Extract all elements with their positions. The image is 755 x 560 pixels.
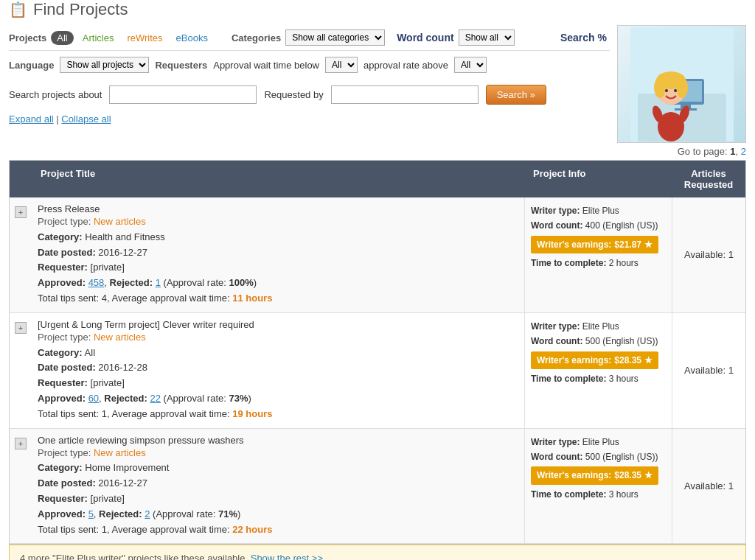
search-projects-label: Search projects about [9, 89, 102, 100]
row-articles: Available: 1 [672, 313, 745, 428]
table-row: + Press Release Project type: New articl… [10, 197, 745, 313]
earnings-badge: Writer's earnings: $21.87 ★ [531, 236, 658, 253]
star-icon: ★ [644, 468, 653, 483]
footer-bar: 4 more "Elite Plus writer" projects like… [9, 545, 746, 560]
row-content: [Urgent & Long Term project] Clever writ… [32, 313, 524, 428]
approval-rate-label: approval rate above [363, 60, 448, 71]
row-articles: Available: 1 [672, 197, 745, 312]
row-expand-btn[interactable]: + [15, 438, 27, 449]
page-2-link[interactable]: 2 [741, 146, 746, 157]
approval-rate-label2: Approval rate: [167, 277, 226, 288]
project-type-label: Project type: [38, 216, 91, 227]
row-content: One article reviewing simpson pressure w… [32, 429, 524, 544]
approval-wait-select[interactable]: All [325, 57, 358, 73]
language-select[interactable]: Show all projects [60, 57, 149, 73]
star-icon: ★ [644, 353, 653, 368]
row-articles: Available: 1 [672, 429, 745, 544]
earnings-badge: Writer's earnings: $28.35 ★ [531, 466, 658, 484]
date: 2016-12-27 [98, 247, 147, 258]
row-info: Writer type: Elite Plus Word count: 500 … [524, 429, 672, 544]
separator: | [56, 113, 58, 125]
row-expand-btn[interactable]: + [15, 322, 27, 334]
svg-point-11 [665, 89, 668, 92]
projects-table: Project Title Project Info Articles Requ… [9, 160, 746, 545]
date-label: Date posted: [38, 247, 96, 258]
footer-message: 4 more "Elite Plus writer" projects like… [20, 553, 248, 560]
categories-select[interactable]: Show all categories [285, 29, 385, 46]
row-content: Press Release Project type: New articles… [32, 197, 524, 312]
row-info: Writer type: Elite Plus Word count: 500 … [524, 313, 672, 428]
approved-link[interactable]: 458 [88, 277, 105, 288]
svg-point-9 [654, 77, 666, 98]
tab-rewrites[interactable]: reWrites [122, 31, 167, 45]
table-header: Project Title Project Info Articles Requ… [10, 161, 745, 197]
expand-collapse-bar: Expand all | Collapse all [9, 111, 610, 129]
rejected-link[interactable]: 1 [156, 277, 161, 288]
col-header-info: Project Info [524, 161, 672, 197]
wordcount-section: Word count Show all [397, 29, 515, 46]
requester-label: Requester: [38, 262, 88, 273]
search-percent-label: Search % [560, 32, 607, 43]
show-rest-link[interactable]: Show the rest >> [251, 553, 323, 560]
illustration [617, 25, 746, 143]
page-title: Find Projects [33, 0, 128, 19]
project-title: One article reviewing simpson pressure w… [38, 435, 518, 446]
nav-bar: Projects All Articles reWrites eBooks Ca… [9, 25, 610, 51]
table-row: + One article reviewing simpson pressure… [10, 429, 745, 545]
requester: [private] [91, 262, 125, 273]
page-1-link[interactable]: 1 [730, 146, 735, 157]
filter-bar: Language Show all projects Requesters Ap… [9, 51, 610, 79]
star-icon: ★ [644, 237, 653, 252]
expand-all-link[interactable]: Expand all [9, 113, 54, 125]
approval-rate: 100% [229, 277, 253, 288]
row-info: Writer type: Elite Plus Word count: 400 … [524, 197, 672, 312]
requested-by-label: Requested by [264, 89, 323, 100]
language-label: Language [9, 60, 54, 71]
project-title: Press Release [38, 203, 518, 214]
col-header-articles: Articles Requested [672, 161, 745, 197]
tips: 4 [102, 293, 107, 304]
page-nav-prefix: Go to page: [678, 146, 728, 157]
wordcount-select[interactable]: Show all [459, 29, 515, 46]
page-icon: 📋 [9, 1, 27, 18]
svg-point-12 [674, 89, 677, 92]
avg-wait: 11 hours [232, 293, 272, 304]
categories-section: Categories Show all categories [232, 29, 385, 46]
tab-articles[interactable]: Articles [78, 31, 119, 45]
search-projects-input[interactable] [109, 85, 257, 104]
projects-label: Projects [9, 32, 46, 43]
project-type: New articles [94, 216, 146, 227]
col-header-title: Project Title [32, 161, 524, 197]
requesters-label: Requesters [155, 60, 207, 71]
category-label: Category: [38, 231, 83, 242]
search-button[interactable]: Search » [486, 85, 546, 105]
wordcount-label: Word count [397, 32, 454, 43]
requested-by-input[interactable] [331, 85, 479, 104]
search-bar: Search projects about Requested by Searc… [9, 79, 610, 111]
avg-wait-label: Average approval wait time: [111, 293, 229, 304]
tab-all[interactable]: All [51, 31, 73, 45]
approval-wait-label: Approval wait time below [213, 60, 319, 71]
approved-label: Approved: [38, 277, 86, 288]
project-title: [Urgent & Long Term project] Clever writ… [38, 319, 518, 330]
svg-point-10 [676, 77, 688, 98]
collapse-all-link[interactable]: Collapse all [61, 113, 111, 125]
row-expand-btn[interactable]: + [15, 206, 27, 218]
tips-label: Total tips sent: [38, 293, 99, 304]
earnings-badge: Writer's earnings: $28.35 ★ [531, 351, 658, 369]
rejected-label: Rejected: [110, 277, 153, 288]
pagination: Go to page: 1, 2 [9, 143, 746, 160]
approval-rate-select[interactable]: All [454, 57, 487, 73]
tab-ebooks[interactable]: eBooks [172, 31, 212, 45]
categories-label: Categories [232, 32, 281, 43]
table-row: + [Urgent & Long Term project] Clever wr… [10, 313, 745, 429]
category: Health and Fitness [85, 231, 164, 242]
